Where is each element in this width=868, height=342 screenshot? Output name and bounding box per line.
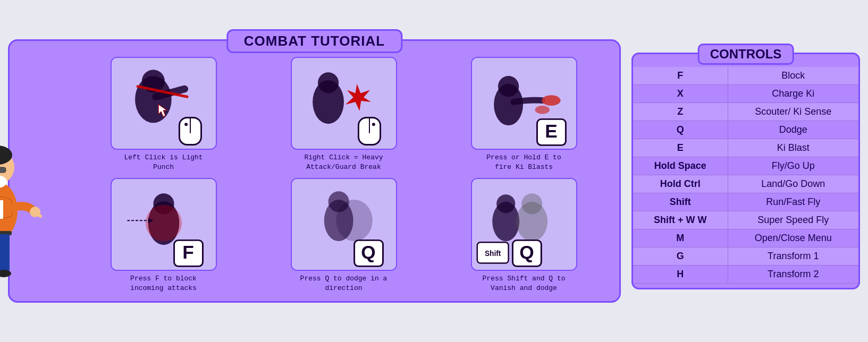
tutorial-cell-press-f: F Press F to blockincoming attacks [76,178,251,293]
tutorial-image-left-click [111,57,217,150]
combat-tutorial-panel: COMBAT TUTORIAL [8,39,621,303]
control-key: F [633,67,728,85]
svg-text:Shift: Shift [484,249,501,257]
controls-row: X Charge Ki [633,85,858,103]
controls-title: CONTROLS [698,44,794,65]
character-illustration [0,89,44,301]
control-key: Shift [633,193,728,211]
control-key: H [633,266,728,284]
control-action: Ki Blast [728,139,858,157]
control-action: Run/Fast Fly [728,193,858,211]
control-key: Q [633,121,728,139]
svg-text:E: E [545,121,558,141]
controls-row: Shift Run/Fast Fly [633,193,858,211]
tutorial-cell-press-e: E Press or Hold E tofire Ki Blasts [436,57,611,172]
tutorial-grid: Left Click is LightPunch Right Click [76,57,611,293]
tutorial-caption-press-q: Press Q to dodge in adirection [300,274,387,293]
tutorial-caption-press-e: Press or Hold E tofire Ki Blasts [486,153,561,172]
combat-tutorial-title: COMBAT TUTORIAL [226,29,402,53]
control-action: Fly/Go Up [728,157,858,175]
control-key: G [633,247,728,266]
control-key: Z [633,103,728,121]
tutorial-caption-shift-q: Press Shift and Q toVanish and dodge [482,274,565,293]
control-action: Block [728,67,858,85]
control-key: Shift + W W [633,211,728,229]
tutorial-image-shift-q: Shift Q [471,178,577,271]
control-key: Hold Space [633,157,728,175]
controls-table: F Block X Charge Ki Z Scouter/ Ki Sense … [633,67,858,284]
control-action: Super Speed Fly [728,211,858,229]
control-action: Land/Go Down [728,175,858,193]
tutorial-cell-right-click: Right Click = HeavyAttack/Guard Break [256,57,431,172]
control-key: Hold Ctrl [633,175,728,193]
controls-row: M Open/Close Menu [633,229,858,247]
tutorial-image-press-e: E [471,57,577,150]
svg-text:F: F [182,241,194,262]
tutorial-cell-left-click: Left Click is LightPunch [76,57,251,172]
controls-row: E Ki Blast [633,139,858,157]
control-action: Transform 2 [728,266,858,284]
controls-row: Hold Ctrl Land/Go Down [633,175,858,193]
control-action: Open/Close Menu [728,229,858,247]
controls-row: Q Dodge [633,121,858,139]
controls-row: H Transform 2 [633,266,858,284]
controls-panel: CONTROLS F Block X Charge Ki Z Scouter/ … [631,53,860,289]
svg-text:Q: Q [519,241,534,262]
tutorial-cell-shift-q: Shift Q Press Shift and Q toVanish and d… [436,178,611,293]
control-key: M [633,229,728,247]
controls-row: Z Scouter/ Ki Sense [633,103,858,121]
control-action: Transform 1 [728,247,858,266]
svg-point-12 [0,270,11,277]
control-action: Scouter/ Ki Sense [728,103,858,121]
controls-row: Shift + W W Super Speed Fly [633,211,858,229]
tutorial-caption-right-click: Right Click = HeavyAttack/Guard Break [304,153,383,172]
control-key: E [633,139,728,157]
svg-rect-3 [0,167,6,173]
tutorial-caption-left-click: Left Click is LightPunch [124,153,203,172]
svg-rect-10 [0,234,10,271]
control-key: X [633,85,728,103]
svg-point-36 [535,106,549,114]
svg-rect-7 [0,200,3,219]
tutorial-image-right-click [291,57,397,150]
tutorial-cell-press-q: Q Press Q to dodge in adirection [256,178,431,293]
controls-row: F Block [633,67,858,85]
controls-row: G Transform 1 [633,247,858,266]
svg-point-34 [498,76,519,97]
svg-point-35 [542,95,560,106]
tutorial-image-press-f: F [111,178,217,271]
svg-point-57 [521,193,542,214]
svg-point-27 [318,72,339,93]
control-action: Dodge [728,121,858,139]
tutorial-image-press-q: Q [291,178,397,271]
control-action: Charge Ki [728,85,858,103]
tutorial-caption-press-f: Press F to blockincoming attacks [130,274,197,293]
svg-text:Q: Q [361,241,375,262]
svg-point-55 [496,194,515,213]
svg-point-42 [145,204,182,241]
svg-point-50 [336,199,373,241]
controls-row: Hold Space Fly/Go Up [633,157,858,175]
svg-point-23 [184,123,188,126]
svg-point-31 [372,123,375,126]
